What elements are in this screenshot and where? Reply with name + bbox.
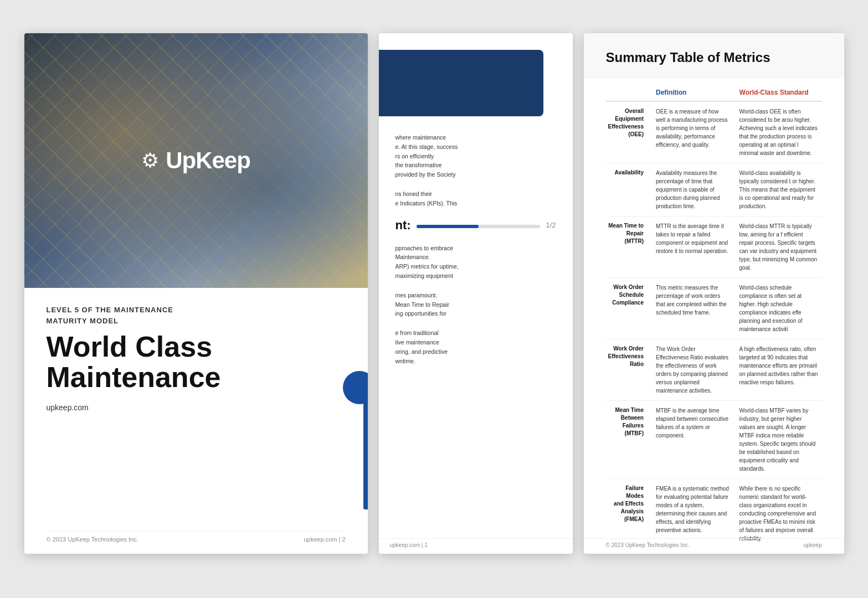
cell-definition: The Work Order Effectiveness Ratio evalu… bbox=[649, 339, 736, 401]
cell-metric: Work OrderEffectivenessRatio bbox=[606, 339, 649, 401]
cell-metric: Work OrderScheduleCompliance bbox=[606, 278, 649, 339]
table-row: Work OrderEffectivenessRatioThe Work Ord… bbox=[606, 339, 822, 401]
cell-metric: Mean TimeBetweenFailures (MTBF) bbox=[606, 401, 649, 479]
metrics-table: Definition World-Class Standard OverallE… bbox=[606, 84, 822, 548]
cell-standard: World-class OEE is often considered to b… bbox=[736, 101, 822, 163]
cell-definition: MTBF is the average time elapsed between… bbox=[649, 401, 736, 479]
right-page: Summary Table of Metrics Definition Worl… bbox=[584, 33, 844, 554]
cell-metric: Mean Time toRepair (MTTR) bbox=[606, 216, 649, 278]
cell-standard: World-class MTBF varies by industry, but… bbox=[736, 401, 822, 479]
page-number: 1/2 bbox=[546, 221, 556, 229]
page-indicator: nt: 1/2 bbox=[396, 218, 556, 233]
cell-definition: OEE is a measure of how well a manufactu… bbox=[649, 101, 736, 163]
table-container: Definition World-Class Standard OverallE… bbox=[584, 79, 844, 554]
cell-definition: This metric measures the percentage of w… bbox=[649, 278, 736, 339]
main-title: World ClassMaintenance bbox=[47, 332, 346, 392]
progress-fill bbox=[417, 225, 479, 228]
table-row: Work OrderScheduleComplianceThis metric … bbox=[606, 278, 822, 339]
table-row: Mean TimeBetweenFailures (MTBF)MTBF is t… bbox=[606, 401, 822, 479]
gear-icon: ⚙ bbox=[141, 149, 159, 172]
blue-accent-bar bbox=[363, 399, 368, 509]
th-definition: Definition bbox=[649, 84, 736, 101]
cell-metric: Availability bbox=[606, 163, 649, 216]
cell-metric: OverallEquipmentEffectiveness(OEE) bbox=[606, 101, 649, 163]
footer-copyright: © 2023 UpKeep Technologies Inc. bbox=[47, 536, 138, 543]
cell-definition: MTTR is the average time it takes to rep… bbox=[649, 216, 736, 278]
left-bottom-content: LEVEL 5 OF THE MAINTENANCEMATURITY MODEL… bbox=[24, 288, 368, 554]
th-standard: World-Class Standard bbox=[736, 84, 822, 101]
middle-footer: upkeep.com | 1 bbox=[379, 538, 573, 548]
page-label: nt: bbox=[396, 218, 411, 233]
middle-footer-url: upkeep.com | 1 bbox=[390, 542, 428, 548]
cell-standard: World-class schedule compliance is often… bbox=[736, 278, 822, 339]
right-footer-copyright: © 2023 UpKeep Technologies Inc. bbox=[606, 542, 690, 548]
middle-page: where maintenance e. At this stage, succ… bbox=[379, 33, 573, 554]
progress-bar bbox=[417, 225, 541, 228]
cell-standard: World-class MTTR is typically low, aimin… bbox=[736, 216, 822, 278]
th-metric bbox=[606, 84, 649, 101]
text-block-1: where maintenance e. At this stage, succ… bbox=[396, 133, 556, 179]
logo-text: UpKeep bbox=[166, 147, 250, 174]
website-url: upkeep.com bbox=[47, 403, 346, 412]
right-footer: © 2023 UpKeep Technologies Inc. upkeep bbox=[584, 538, 844, 548]
right-page-top: Summary Table of Metrics bbox=[584, 33, 844, 79]
table-row: AvailabilityAvailability measures the pe… bbox=[606, 163, 822, 216]
table-row: Mean Time toRepair (MTTR)MTTR is the ave… bbox=[606, 216, 822, 278]
text-block-5: e from traditional tive maintenance orin… bbox=[396, 328, 556, 365]
cover-image: ⚙ UpKeep bbox=[24, 33, 368, 288]
cell-standard: A high effectiveness ratio, often target… bbox=[736, 339, 822, 401]
summary-title: Summary Table of Metrics bbox=[606, 50, 822, 65]
middle-content: where maintenance e. At this stage, succ… bbox=[379, 116, 573, 386]
text-block-2: ns honed their e Indicators (KPIs). This bbox=[396, 189, 556, 208]
cell-definition: Availability measures the percentage of … bbox=[649, 163, 736, 216]
text-block-3: pproaches to embrace Maintenance. ARP) m… bbox=[396, 244, 556, 281]
text-block-4: mes paramount. Mean Time to Repair ing o… bbox=[396, 291, 556, 318]
right-footer-url: upkeep bbox=[804, 542, 822, 548]
cell-standard: World-class availability is typically co… bbox=[736, 163, 822, 216]
left-page: ⚙ UpKeep LEVEL 5 OF THE MAINTENANCEMATUR… bbox=[24, 33, 368, 554]
table-row: OverallEquipmentEffectiveness(OEE)OEE is… bbox=[606, 101, 822, 163]
middle-top-box bbox=[379, 50, 544, 116]
footer-page: upkeep.com | 2 bbox=[304, 536, 345, 543]
left-footer: © 2023 UpKeep Technologies Inc. upkeep.c… bbox=[47, 531, 346, 543]
logo-area: ⚙ UpKeep bbox=[141, 147, 250, 174]
level-label: LEVEL 5 OF THE MAINTENANCEMATURITY MODEL bbox=[47, 305, 346, 326]
